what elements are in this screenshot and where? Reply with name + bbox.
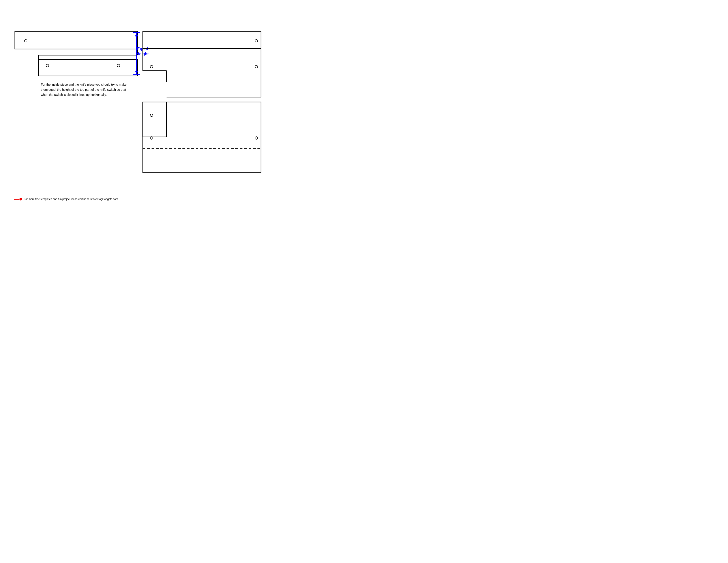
hole-right-top-left-lower — [150, 65, 153, 68]
svg-marker-6 — [135, 32, 138, 36]
svg-marker-7 — [135, 71, 138, 75]
hole-right-bot-bot-left — [150, 136, 153, 139]
footer-icon — [14, 198, 22, 200]
left-piece-outline — [14, 31, 140, 79]
svg-rect-10 — [143, 31, 261, 49]
hole-right-bot-top-left — [150, 114, 153, 117]
footer-text: For more free templates and fun project … — [24, 197, 118, 201]
hole-right-bot-bot-right — [255, 136, 258, 139]
page: Equal Height For the inside piece and th — [0, 0, 265, 205]
svg-rect-0 — [15, 31, 137, 49]
hole-right-top-right — [255, 39, 258, 42]
hole-left-bottom-right — [117, 64, 120, 67]
footer: For more free templates and fun project … — [14, 197, 118, 201]
footer-line — [14, 199, 19, 199]
svg-rect-17 — [143, 102, 261, 173]
svg-rect-4 — [39, 60, 137, 76]
footer-dot — [19, 198, 22, 200]
hole-left-bottom-left — [46, 64, 49, 67]
right-top-piece — [142, 31, 261, 98]
right-bottom-piece — [142, 102, 261, 174]
hole-left-top — [24, 39, 27, 42]
description-text: For the inside piece and the knife piece… — [41, 82, 132, 97]
hole-right-top-right-lower — [255, 65, 258, 68]
